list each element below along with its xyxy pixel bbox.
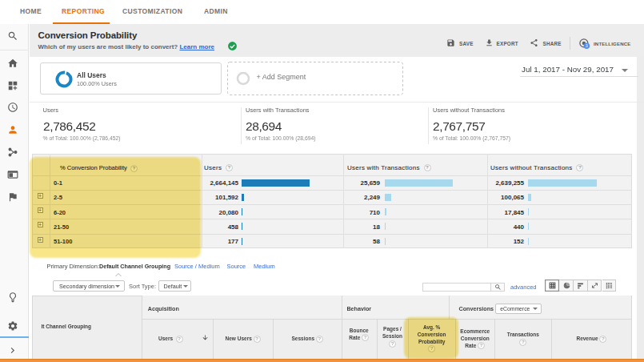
svg-text:3: 3 (586, 43, 588, 48)
